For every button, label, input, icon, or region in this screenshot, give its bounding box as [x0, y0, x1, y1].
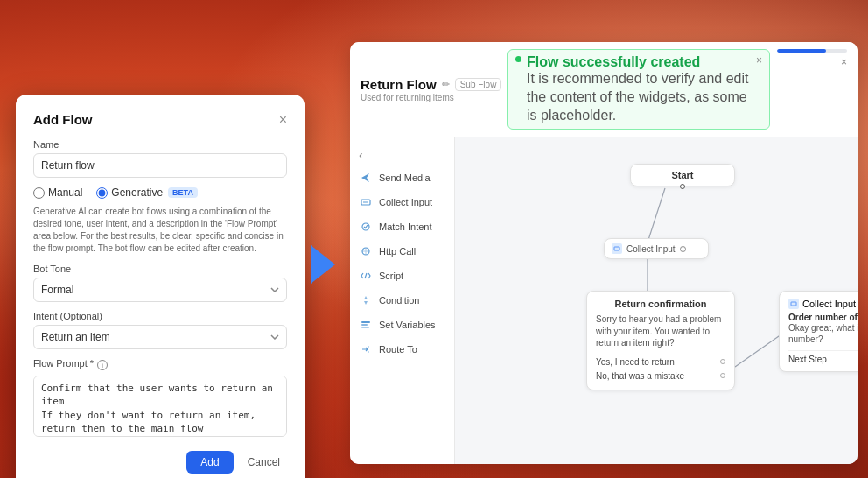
collect-input-2-label: Collect Input [802, 299, 856, 309]
collect-input-label: Collect Input [379, 197, 432, 207]
collect-input-node-1[interactable]: Collect Input [604, 238, 709, 259]
dialog-title: Add Flow [33, 112, 93, 127]
sidebar-item-set-variables[interactable]: Set Variables [350, 313, 454, 337]
beta-badge: BETA [168, 187, 198, 198]
cancel-button[interactable]: Cancel [241, 451, 287, 474]
flow-prompt-textarea[interactable]: Confirm that the user wants to return an… [33, 376, 287, 437]
manual-radio[interactable]: Manual [33, 186, 82, 199]
name-input[interactable] [33, 153, 287, 178]
match-intent-label: Match Intent [379, 221, 432, 232]
order-title: Order number of... [788, 313, 858, 322]
progress-fill [777, 49, 826, 53]
script-icon [359, 269, 373, 283]
set-variables-label: Set Variables [379, 320, 436, 330]
add-flow-dialog: Add Flow × Name Manual Generative BETA G… [16, 95, 304, 478]
option-yes-label: Yes, I need to return [596, 357, 675, 367]
start-dot [680, 184, 685, 189]
svg-rect-12 [791, 302, 796, 306]
svg-rect-6 [361, 327, 369, 328]
close-button[interactable]: × [279, 113, 287, 127]
script-label: Script [379, 271, 403, 281]
close-banner-button[interactable]: × [756, 54, 762, 67]
send-media-icon [359, 171, 373, 185]
bot-tone-select[interactable]: Formal Casual Professional [33, 278, 287, 302]
panel-body: ‹ Send Media Collect Input Match Intent [350, 137, 858, 464]
route-to-icon [359, 342, 373, 356]
match-intent-icon [359, 220, 373, 234]
start-node[interactable]: Start [630, 164, 735, 186]
success-description: It is recommended to verify and edit the… [527, 70, 751, 124]
output-dot-1 [680, 246, 686, 252]
return-confirm-title: Return confirmation [596, 299, 725, 309]
http-call-label: Http Call [379, 246, 416, 257]
return-confirm-message: Sorry to hear you had a problem with you… [596, 313, 725, 349]
sidebar-collapse-button[interactable]: ‹ [350, 144, 454, 165]
send-media-label: Send Media [379, 172, 430, 183]
collect-input-1-label: Collect Input [626, 244, 676, 254]
success-title: Flow successfully created [527, 54, 751, 70]
sidebar-item-route-to[interactable]: Route To [350, 337, 454, 362]
arrow [311, 245, 335, 284]
header-actions: × [777, 49, 847, 68]
option-yes: Yes, I need to return [596, 355, 725, 369]
option-no-label: No, that was a mistake [596, 371, 684, 381]
header-right: Flow successfully created It is recommen… [508, 49, 847, 130]
bot-tone-label: Bot Tone [33, 264, 287, 274]
http-call-icon [359, 244, 373, 258]
sidebar-item-collect-input[interactable]: Collect Input [350, 190, 454, 214]
option-no-dot [720, 373, 725, 378]
generative-description: Generative AI can create bot flows using… [33, 206, 287, 255]
svg-rect-11 [614, 247, 620, 250]
flow-prompt-label: Flow Prompt * [33, 358, 94, 369]
flow-panel: Return Flow ✏ Sub Flow Used for returnin… [350, 42, 858, 464]
sidebar-item-script[interactable]: Script [350, 264, 454, 288]
svg-rect-5 [361, 324, 368, 326]
collect-input-icon [359, 195, 373, 209]
start-label: Start [671, 170, 693, 180]
condition-label: Condition [379, 295, 419, 306]
generative-label: Generative [111, 186, 163, 199]
name-label: Name [33, 139, 287, 150]
progress-bar [777, 49, 847, 53]
generative-radio[interactable]: Generative BETA [96, 186, 198, 199]
collect-icon-2 [788, 299, 799, 309]
manual-label: Manual [48, 186, 82, 199]
panel-title-section: Return Flow ✏ Sub Flow Used for returnin… [360, 77, 501, 102]
panel-title: Return Flow [360, 77, 437, 92]
type-radio-group: Manual Generative BETA [33, 186, 287, 199]
route-to-label: Route To [379, 344, 417, 355]
next-step-label: Next Step [788, 350, 858, 364]
condition-icon [359, 293, 373, 307]
panel-title-area: Return Flow ✏ Sub Flow [360, 77, 501, 92]
panel-header: Return Flow ✏ Sub Flow Used for returnin… [350, 42, 858, 137]
panel-close-button[interactable]: × [841, 56, 847, 68]
intent-select[interactable]: Return an item [33, 325, 287, 349]
sidebar-item-send-media[interactable]: Send Media [350, 165, 454, 190]
collect-icon-1 [612, 243, 622, 254]
success-dot [515, 56, 522, 62]
svg-line-3 [365, 273, 367, 278]
info-icon: i [97, 360, 108, 370]
option-no: No, that was a mistake [596, 369, 725, 383]
sidebar-item-condition[interactable]: Condition [350, 288, 454, 313]
flow-prompt-label-row: Flow Prompt * i [33, 358, 287, 372]
sidebar-item-match-intent[interactable]: Match Intent [350, 214, 454, 239]
dialog-footer: Add Cancel [33, 451, 287, 474]
intent-label: Intent (Optional) [33, 311, 287, 321]
set-variables-icon [359, 318, 373, 332]
add-button[interactable]: Add [186, 451, 233, 474]
dialog-header: Add Flow × [33, 112, 287, 127]
svg-line-7 [648, 188, 665, 243]
sidebar-item-http-call[interactable]: Http Call [350, 239, 454, 264]
return-confirmation-node[interactable]: Return confirmation Sorry to hear you ha… [586, 291, 735, 390]
option-yes-dot [720, 359, 725, 364]
flow-canvas[interactable]: Start Collect Input Return confirmation … [455, 137, 858, 464]
collect-input-node-2[interactable]: Collect Input Order number of... Okay gr… [779, 291, 858, 372]
edit-icon[interactable]: ✏ [442, 79, 450, 90]
success-text-area: Flow successfully created It is recommen… [527, 54, 751, 124]
collect-header-2: Collect Input [788, 299, 858, 309]
flow-sidebar: ‹ Send Media Collect Input Match Intent [350, 137, 455, 464]
success-banner: Flow successfully created It is recommen… [508, 49, 770, 130]
right-arrow-shape [311, 245, 335, 284]
sub-flow-badge: Sub Flow [455, 78, 502, 91]
